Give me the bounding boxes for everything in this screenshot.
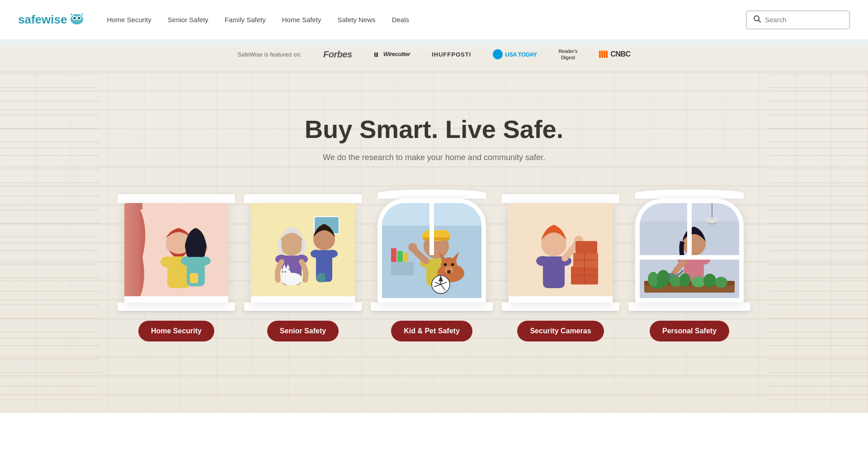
kid-pet-safety-button[interactable]: Kid & Pet Safety (391, 321, 472, 341)
nav-family-safety[interactable]: Family Safety (225, 16, 266, 24)
window-ledge-4 (502, 303, 619, 311)
svg-point-38 (284, 271, 286, 273)
window-roof-1 (118, 194, 235, 203)
logo-text: safewise (18, 13, 67, 27)
window-ledge-5 (628, 303, 750, 311)
left-wall-decoration (0, 69, 99, 413)
featured-logos: Forbes Wirecutter IHUFFPOSTI USA TODAY R… (323, 48, 631, 61)
svg-rect-77 (576, 241, 597, 254)
usatoday-logo: USA TODAY (493, 49, 537, 59)
hero-section: Buy Smart. Live Safe. We do the research… (0, 69, 868, 413)
home-security-button[interactable]: Home Security (138, 321, 214, 341)
svg-point-105 (715, 277, 727, 288)
svg-point-6 (79, 17, 80, 19)
window-card-kid-pet-safety: Kid & Pet Safety (371, 190, 493, 341)
nav-deals[interactable]: Deals (392, 16, 409, 24)
window-roof-4 (502, 194, 619, 203)
svg-rect-50 (397, 251, 403, 262)
window-card-senior-safety: Senior Safety (244, 194, 362, 341)
svg-rect-17 (140, 209, 228, 303)
search-box (746, 10, 850, 29)
security-cameras-button[interactable]: Security Cameras (517, 321, 604, 341)
window-ledge-3 (371, 303, 493, 311)
forbes-logo: Forbes (323, 49, 352, 60)
svg-point-0 (71, 14, 83, 24)
wirecutter-logo: Wirecutter (374, 51, 410, 58)
window-card-personal-safety: Personal Safety (628, 190, 750, 341)
svg-rect-27 (190, 273, 198, 283)
svg-rect-13 (599, 51, 601, 58)
svg-point-63 (447, 270, 451, 274)
svg-point-26 (199, 256, 211, 265)
window-frame-3 (377, 199, 486, 303)
personal-safety-button[interactable]: Personal Safety (650, 321, 729, 341)
windows-row: Home Security (118, 190, 750, 341)
svg-point-5 (74, 17, 75, 19)
cnbc-logo: CNBC (599, 50, 630, 58)
svg-point-66 (444, 263, 447, 266)
senior-safety-button[interactable]: Senior Safety (267, 321, 339, 341)
svg-rect-55 (423, 237, 450, 240)
search-input[interactable] (765, 16, 843, 24)
svg-rect-11 (376, 52, 377, 57)
window-frame-5 (635, 199, 744, 303)
hero-title: Buy Smart. Live Safe. (305, 114, 564, 144)
window-roof-2 (244, 194, 362, 203)
nav-home-safety[interactable]: Home Safety (282, 16, 321, 24)
svg-point-20 (160, 256, 174, 267)
svg-rect-51 (404, 253, 408, 262)
svg-point-103 (691, 276, 706, 287)
svg-point-102 (679, 273, 690, 287)
nav-home-security[interactable]: Home Security (107, 16, 151, 24)
svg-point-72 (536, 256, 550, 266)
svg-point-25 (181, 256, 193, 265)
right-wall-decoration (769, 69, 868, 413)
logo-owl-icon (69, 12, 85, 28)
window-roof-5 (635, 190, 744, 199)
svg-rect-14 (601, 51, 603, 58)
window-ledge-2 (244, 303, 362, 311)
svg-rect-15 (604, 51, 605, 58)
window-card-security-cameras: Security Cameras (502, 194, 619, 341)
featured-label: SafeWise is featured on: (237, 51, 302, 58)
svg-point-43 (327, 250, 338, 258)
nav-safety-news[interactable]: Safety News (337, 16, 375, 24)
window-frame-2 (251, 203, 355, 303)
window-ledge-1 (118, 303, 235, 311)
svg-point-39 (282, 271, 283, 273)
svg-rect-45 (318, 273, 325, 282)
svg-line-9 (759, 20, 761, 22)
logo-link[interactable]: safewise (18, 12, 85, 28)
svg-rect-16 (606, 51, 608, 58)
svg-point-67 (451, 263, 454, 266)
huffpost-logo: IHUFFPOSTI (432, 51, 471, 58)
svg-rect-12 (377, 52, 378, 57)
svg-rect-49 (391, 248, 396, 262)
window-frame-1 (124, 203, 228, 303)
readersdigest-logo: Reader'sDigest (558, 48, 577, 61)
window-roof-3 (377, 190, 486, 199)
svg-point-85 (705, 218, 719, 223)
navbar: safewise Home Security Senior Safety Fam… (0, 0, 868, 40)
svg-rect-48 (391, 262, 414, 275)
nav-links: Home Security Senior Safety Family Safet… (107, 16, 746, 24)
svg-point-59 (408, 243, 417, 252)
nav-senior-safety[interactable]: Senior Safety (168, 16, 208, 24)
svg-rect-10 (374, 52, 375, 57)
window-frame-4 (509, 203, 613, 303)
search-icon (753, 15, 761, 25)
svg-point-42 (311, 250, 321, 258)
svg-point-104 (703, 274, 716, 287)
featured-bar: SafeWise is featured on: Forbes Wirecutt… (0, 40, 868, 69)
window-card-home-security: Home Security (118, 194, 235, 341)
svg-point-100 (657, 270, 670, 286)
hero-subtitle: We do the research to make your home and… (323, 153, 545, 162)
